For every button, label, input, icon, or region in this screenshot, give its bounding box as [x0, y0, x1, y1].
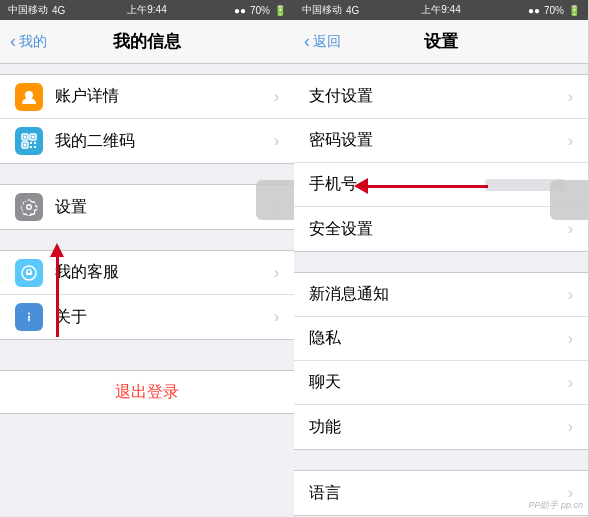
svg-rect-4	[32, 136, 35, 139]
security-label: 安全设置	[309, 219, 568, 240]
right-status-bar: 中国移动 4G 上午9:44 ●● 70% 🔋	[294, 0, 588, 20]
payment-label: 支付设置	[309, 86, 568, 107]
security-arrow-icon: ›	[568, 220, 573, 238]
list-item-password[interactable]: 密码设置 ›	[294, 119, 588, 163]
left-up-arrow	[50, 243, 64, 337]
left-back-button[interactable]: ‹ 我的	[10, 31, 47, 52]
list-item-function[interactable]: 功能 ›	[294, 405, 588, 449]
left-overlay-btn	[256, 180, 294, 220]
list-item-payment[interactable]: 支付设置 ›	[294, 75, 588, 119]
account-label: 账户详情	[55, 86, 274, 107]
arrow-head-left-icon	[354, 178, 368, 194]
list-item-service[interactable]: 我的客服 ›	[0, 251, 294, 295]
chat-arrow-icon: ›	[568, 374, 573, 392]
right-nav-bar: ‹ 返回 设置	[294, 20, 588, 64]
svg-rect-8	[34, 142, 36, 144]
svg-rect-10	[34, 146, 36, 148]
svg-point-0	[25, 91, 33, 99]
logout-button[interactable]: 退出登录	[0, 370, 294, 414]
left-battery: ●● 70% 🔋	[234, 5, 286, 16]
left-section-1: 账户详情 ›	[0, 74, 294, 164]
service-arrow-icon: ›	[274, 264, 279, 282]
left-content: 账户详情 ›	[0, 64, 294, 517]
list-item-notification[interactable]: 新消息通知 ›	[294, 273, 588, 317]
svg-rect-9	[30, 146, 32, 148]
left-back-arrow-icon: ‹	[10, 31, 16, 52]
svg-rect-6	[24, 144, 27, 147]
settings-label: 设置	[55, 197, 274, 218]
left-nav-bar: ‹ 我的 我的信息	[0, 20, 294, 64]
right-content: 支付设置 › 密码设置 › 手机号 安全设置 ›	[294, 64, 588, 517]
logout-section: 退出登录	[0, 370, 294, 414]
privacy-arrow-icon: ›	[568, 330, 573, 348]
list-item-chat[interactable]: 聊天 ›	[294, 361, 588, 405]
list-item-privacy[interactable]: 隐私 ›	[294, 317, 588, 361]
password-label: 密码设置	[309, 130, 568, 151]
function-arrow-icon: ›	[568, 418, 573, 436]
settings-icon	[15, 193, 43, 221]
right-section-2: 新消息通知 › 隐私 › 聊天 › 功能 ›	[294, 272, 588, 450]
left-status-bar: 中国移动 4G 上午9:44 ●● 70% 🔋	[0, 0, 294, 20]
right-arrow-annotation	[354, 178, 488, 194]
about-label: 关于	[55, 307, 274, 328]
arrow-line-h	[368, 185, 488, 188]
qrcode-icon	[15, 127, 43, 155]
notification-label: 新消息通知	[309, 284, 568, 305]
right-section-1: 支付设置 › 密码设置 › 手机号 安全设置 ›	[294, 74, 588, 252]
right-screen: 中国移动 4G 上午9:44 ●● 70% 🔋 ‹ 返回 设置 支付设置	[294, 0, 588, 517]
list-item-qrcode[interactable]: 我的二维码 ›	[0, 119, 294, 163]
password-arrow-icon: ›	[568, 132, 573, 150]
right-overlay-btn	[550, 180, 588, 220]
left-time: 上午9:44	[127, 3, 166, 17]
service-icon	[15, 259, 43, 287]
left-section-2: 设置 ›	[0, 184, 294, 230]
left-carrier: 中国移动 4G	[8, 3, 65, 17]
svg-point-12	[28, 270, 31, 273]
function-label: 功能	[309, 417, 568, 438]
list-item-account[interactable]: 账户详情 ›	[0, 75, 294, 119]
arrow-line-v	[56, 257, 59, 337]
svg-rect-2	[24, 136, 27, 139]
payment-arrow-icon: ›	[568, 88, 573, 106]
right-carrier: 中国移动 4G	[302, 3, 359, 17]
list-item-security[interactable]: 安全设置 ›	[294, 207, 588, 251]
left-section-3: 我的客服 › 关于 ›	[0, 250, 294, 340]
about-icon	[15, 303, 43, 331]
right-battery: ●● 70% 🔋	[528, 5, 580, 16]
svg-point-15	[28, 313, 30, 315]
watermark: PP助手 pp.cn	[528, 499, 583, 512]
left-screen: 中国移动 4G 上午9:44 ●● 70% 🔋 ‹ 我的 我的信息	[0, 0, 294, 517]
list-item-settings[interactable]: 设置 ›	[0, 185, 294, 229]
right-back-arrow-icon: ‹	[304, 31, 310, 52]
chat-label: 聊天	[309, 372, 568, 393]
service-label: 我的客服	[55, 262, 274, 283]
right-nav-title: 设置	[424, 30, 458, 53]
notification-arrow-icon: ›	[568, 286, 573, 304]
svg-rect-7	[30, 142, 32, 144]
left-nav-title: 我的信息	[113, 30, 181, 53]
right-time: 上午9:44	[421, 3, 460, 17]
account-arrow-icon: ›	[274, 88, 279, 106]
privacy-label: 隐私	[309, 328, 568, 349]
about-arrow-icon: ›	[274, 308, 279, 326]
arrow-head-up-icon	[50, 243, 64, 257]
svg-rect-14	[28, 316, 30, 322]
qrcode-arrow-icon: ›	[274, 132, 279, 150]
account-icon	[15, 83, 43, 111]
list-item-about[interactable]: 关于 ›	[0, 295, 294, 339]
right-back-button[interactable]: ‹ 返回	[304, 31, 341, 52]
qrcode-label: 我的二维码	[55, 131, 274, 152]
